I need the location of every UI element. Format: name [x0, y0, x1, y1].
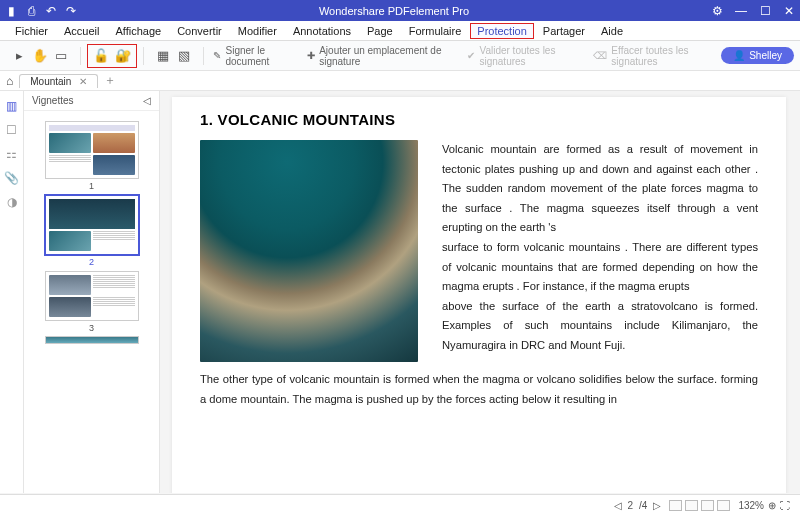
menu-modifier[interactable]: Modifier — [231, 23, 284, 39]
view-facing-cont-icon[interactable] — [717, 500, 730, 511]
sign-document-label: Signer le document — [225, 45, 295, 67]
main-area: ▥ ☐ ⚏ 📎 ◑ Vignettes ◁ 1 2 — [0, 91, 800, 493]
page-heading: 1. VOLCANIC MOUNTAINS — [200, 111, 758, 128]
menu-aide[interactable]: Aide — [594, 23, 630, 39]
sign-document-button[interactable]: ✎ Signer le document — [209, 43, 299, 69]
minimize-icon[interactable]: — — [734, 4, 748, 18]
redo-icon[interactable]: ↷ — [64, 4, 78, 18]
menu-annotations[interactable]: Annotations — [286, 23, 358, 39]
zoom-in-icon[interactable]: ⊕ — [768, 500, 776, 511]
thumbnails-panel: Vignettes ◁ 1 2 3 — [24, 91, 160, 493]
panel-close-icon[interactable]: ◁ — [143, 95, 151, 106]
fullscreen-icon[interactable]: ⛶ — [780, 500, 790, 511]
page-current[interactable]: 2 — [628, 500, 634, 511]
validate-icon: ✔ — [467, 50, 475, 61]
thumbnail-page-3[interactable] — [45, 271, 139, 321]
thumbnail-label-1: 1 — [24, 181, 159, 191]
menu-convertir[interactable]: Convertir — [170, 23, 229, 39]
undo-icon[interactable]: ↶ — [44, 4, 58, 18]
menu-fichier[interactable]: Fichier — [8, 23, 55, 39]
thumbnails-panel-icon[interactable]: ▥ — [6, 99, 17, 113]
thumbnails-header: Vignettes — [32, 95, 74, 106]
document-tabstrip: ⌂ Mountain ✕ ＋ — [0, 71, 800, 91]
toolbar-protection: ▸ ✋ ▭ 🔓 🔐 ▦ ▧ ✎ Signer le document ✚ Ajo… — [0, 41, 800, 71]
menu-partager[interactable]: Partager — [536, 23, 592, 39]
thumbnail-page-4-peek[interactable] — [45, 336, 139, 344]
eraser-icon: ⌫ — [593, 50, 607, 61]
maximize-icon[interactable]: ☐ — [758, 4, 772, 18]
signature-add-icon: ✚ — [307, 50, 315, 61]
sidebar-rail: ▥ ☐ ⚏ 📎 ◑ — [0, 91, 24, 493]
view-continuous-icon[interactable] — [685, 500, 698, 511]
unlock-icon[interactable]: 🔓 — [92, 47, 110, 65]
lock-certificate-icon[interactable]: 🔐 — [114, 47, 132, 65]
user-account-button[interactable]: 👤 Shelley — [721, 47, 794, 64]
view-mode-group — [669, 500, 730, 511]
add-signature-field-button[interactable]: ✚ Ajouter un emplacement de signature — [303, 43, 459, 69]
pointer-icon[interactable]: ▸ — [10, 47, 28, 65]
menu-affichage[interactable]: Affichage — [108, 23, 168, 39]
validate-signatures-button[interactable]: ✔ Valider toutes les signatures — [463, 43, 585, 69]
full-width-text: The other type of volcanic mountain is f… — [200, 370, 758, 409]
add-signature-label: Ajouter un emplacement de signature — [319, 45, 455, 67]
menu-accueil[interactable]: Accueil — [57, 23, 106, 39]
document-tab[interactable]: Mountain ✕ — [19, 74, 98, 88]
clear-signatures-button[interactable]: ⌫ Effacer toutes les signatures — [589, 43, 717, 69]
menubar: Fichier Accueil Affichage Convertir Modi… — [0, 21, 800, 41]
thumbnail-label-3: 3 — [24, 323, 159, 333]
titlebar: ▮ ⎙ ↶ ↷ Wondershare PDFelement Pro ⚙ — ☐… — [0, 0, 800, 21]
bookmarks-panel-icon[interactable]: ☐ — [6, 123, 17, 137]
hand-icon[interactable]: ✋ — [31, 47, 49, 65]
redact-icon[interactable]: ▦ — [154, 47, 172, 65]
thumbnail-label-2: 2 — [24, 257, 159, 267]
view-facing-icon[interactable] — [701, 500, 714, 511]
page-total: /4 — [639, 500, 647, 511]
settings-icon[interactable]: ⚙ — [710, 4, 724, 18]
view-single-icon[interactable] — [669, 500, 682, 511]
page-prev-icon[interactable]: ◁ — [614, 500, 622, 511]
clear-signatures-label: Effacer toutes les signatures — [611, 45, 713, 67]
close-tab-icon[interactable]: ✕ — [79, 76, 87, 87]
app-logo-icon: ▮ — [4, 4, 18, 18]
menu-formulaire[interactable]: Formulaire — [402, 23, 469, 39]
validate-signatures-label: Valider toutes les signatures — [479, 45, 581, 67]
page-view[interactable]: 1. VOLCANIC MOUNTAINS Volcanic mountain … — [160, 91, 800, 493]
document-tab-label: Mountain — [30, 76, 71, 87]
thumbnail-page-2[interactable] — [45, 195, 139, 255]
window-title: Wondershare PDFelement Pro — [78, 5, 710, 17]
attachments-panel-icon[interactable]: ⚏ — [6, 147, 17, 161]
redact-search-icon[interactable]: ▧ — [175, 47, 193, 65]
user-name: Shelley — [749, 50, 782, 61]
print-icon[interactable]: ⎙ — [24, 4, 38, 18]
pen-icon: ✎ — [213, 50, 221, 61]
zoom-value[interactable]: 132% — [738, 500, 764, 511]
statusbar: ◁ 2 /4 ▷ 132% ⊕ ⛶ — [0, 494, 800, 516]
avatar-icon: 👤 — [733, 50, 745, 61]
comments-panel-icon[interactable]: ◑ — [7, 195, 17, 209]
menu-page[interactable]: Page — [360, 23, 400, 39]
clip-panel-icon[interactable]: 📎 — [4, 171, 19, 185]
encrypt-group-highlight: 🔓 🔐 — [87, 44, 137, 68]
page-content: 1. VOLCANIC MOUNTAINS Volcanic mountain … — [172, 97, 786, 493]
thumbnail-page-1[interactable] — [45, 121, 139, 179]
page-next-icon[interactable]: ▷ — [653, 500, 661, 511]
content-image — [200, 140, 418, 362]
home-icon[interactable]: ⌂ — [6, 74, 13, 88]
menu-protection[interactable]: Protection — [470, 23, 534, 39]
new-tab-icon[interactable]: ＋ — [104, 72, 116, 89]
column-text: Volcanic mountain are formed as a result… — [442, 140, 758, 362]
close-icon[interactable]: ✕ — [782, 4, 796, 18]
select-icon[interactable]: ▭ — [52, 47, 70, 65]
